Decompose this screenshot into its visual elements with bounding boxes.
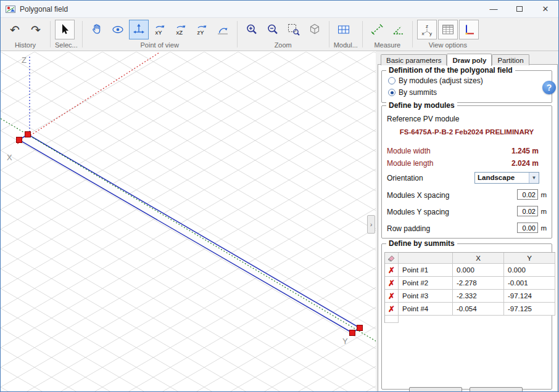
point-4-x-cell[interactable]: -0.054 bbox=[453, 303, 504, 316]
modules-button[interactable] bbox=[334, 20, 354, 39]
clear-all-button[interactable] bbox=[385, 253, 399, 264]
view-options-group-label: View options bbox=[417, 41, 479, 49]
toolbar-group-history: ↶ ↷ History bbox=[1, 18, 50, 51]
viewport[interactable]: Z X Y bbox=[1, 52, 376, 392]
rotate-xy-button[interactable]: xY bbox=[150, 20, 170, 39]
reference-pv-module-value: FS-6475A-P-B-2 Feb2024 PRELIMINARY bbox=[382, 128, 552, 136]
module-width-value: 1.245 m bbox=[511, 147, 539, 155]
axes-toggle[interactable] bbox=[459, 20, 479, 39]
row-padding-input[interactable] bbox=[517, 223, 538, 233]
point-2-y-cell[interactable]: -0.001 bbox=[504, 277, 555, 290]
undo-button[interactable]: ↶ bbox=[5, 20, 25, 39]
point-4-y-cell[interactable]: -97.125 bbox=[504, 303, 555, 316]
polygonal-field-window: Polygonal field — ✕ ↶ ↷ History bbox=[0, 0, 559, 392]
point-2-x-cell[interactable]: -2.278 bbox=[453, 277, 504, 290]
pov-group-label: Point of view bbox=[87, 41, 233, 49]
toolbar-group-select: Selec... bbox=[51, 18, 82, 51]
cube-icon bbox=[308, 23, 321, 36]
minimize-button[interactable]: — bbox=[481, 1, 507, 17]
summits-col-y-header: Y bbox=[504, 253, 555, 264]
point-1-x-cell[interactable]: 0.000 bbox=[453, 264, 504, 277]
translate-view-button[interactable] bbox=[129, 20, 149, 39]
summit-handle-2[interactable] bbox=[25, 132, 31, 137]
delete-point-2-button[interactable]: ✗ bbox=[385, 277, 399, 290]
module-length-label: Module length bbox=[387, 159, 433, 168]
close-icon: ✕ bbox=[542, 4, 549, 14]
modules-y-spacing-input[interactable] bbox=[517, 206, 538, 216]
tab-draw-poly[interactable]: Draw poly bbox=[447, 54, 492, 66]
modules-x-spacing-label: Modules X spacing bbox=[387, 191, 449, 200]
module-width-label: Module width bbox=[387, 147, 431, 155]
point-1-name: Point #1 bbox=[399, 264, 453, 277]
delete-point-4-button[interactable]: ✗ bbox=[385, 303, 399, 316]
point-1-y-cell[interactable]: 0.000 bbox=[504, 264, 555, 277]
orientation-value: Landscape bbox=[475, 173, 529, 183]
summits-col-x-header: X bbox=[453, 253, 504, 264]
summit-handle-3[interactable] bbox=[357, 325, 363, 331]
bottom-button-stub[interactable] bbox=[470, 387, 523, 392]
grid-toggle[interactable] bbox=[438, 20, 458, 39]
radio-by-modules-label: By modules (adjust sizes) bbox=[399, 76, 483, 85]
axes-labels-toggle[interactable]: z x y bbox=[417, 20, 437, 39]
radio-by-summits-label: By summits bbox=[399, 88, 437, 97]
summit-handle-1[interactable] bbox=[17, 137, 22, 143]
zoom-group-label: Zoom bbox=[242, 41, 325, 49]
redo-icon: ↷ bbox=[31, 24, 41, 36]
zoom-selection-button[interactable] bbox=[284, 20, 304, 39]
dropdown-arrow-icon: ▼ bbox=[529, 173, 539, 183]
measure-angle-button[interactable] bbox=[388, 20, 408, 39]
delete-point-1-button[interactable]: ✗ bbox=[385, 264, 399, 277]
axis-label-z: Z bbox=[22, 55, 27, 65]
scene-canvas[interactable]: Z X Y bbox=[1, 52, 376, 392]
select-button[interactable] bbox=[55, 20, 75, 39]
svg-text:z: z bbox=[426, 23, 428, 29]
right-panel: Basic parameters Draw poly Partition Def… bbox=[376, 51, 559, 392]
eye-icon bbox=[111, 23, 125, 36]
rotate-xz-button[interactable]: xZ bbox=[171, 20, 191, 39]
help-button[interactable]: ? bbox=[542, 81, 556, 94]
toolbar: ↶ ↷ History Selec... bbox=[1, 18, 558, 51]
zoom-extents-button[interactable] bbox=[305, 20, 325, 39]
close-button[interactable]: ✕ bbox=[532, 1, 558, 17]
eraser-icon bbox=[387, 253, 396, 263]
bottom-button-stub[interactable] bbox=[409, 387, 462, 392]
summits-table: X Y ✗ Point #1 0.000 0.000 ✗ Point #2 -2… bbox=[384, 252, 555, 323]
measure-distance-button[interactable] bbox=[367, 20, 387, 39]
measure-line-icon bbox=[370, 23, 384, 36]
titlebar: Polygonal field — ✕ bbox=[1, 1, 558, 18]
select-group-label: Selec... bbox=[55, 41, 78, 49]
redo-button[interactable]: ↷ bbox=[26, 20, 46, 39]
orientation-select[interactable]: Landscape ▼ bbox=[474, 172, 539, 184]
modules-y-spacing-label: Modules Y spacing bbox=[387, 208, 449, 216]
measure-angle-icon bbox=[391, 23, 405, 36]
pan-hand-button[interactable] bbox=[87, 20, 107, 39]
axis-label-x: X bbox=[7, 153, 12, 162]
zoom-in-button[interactable] bbox=[242, 20, 262, 39]
orientation-label: Orientation bbox=[387, 174, 423, 182]
radio-by-modules[interactable]: By modules (adjust sizes) bbox=[388, 76, 483, 85]
maximize-button[interactable] bbox=[507, 1, 532, 17]
point-4-name: Point #4 bbox=[399, 303, 453, 316]
radio-by-summits[interactable]: By summits bbox=[388, 88, 437, 97]
hand-icon bbox=[90, 23, 104, 36]
definition-group-title: Definition of the the polygonal field bbox=[386, 66, 515, 75]
module-length-value: 2.024 m bbox=[511, 159, 539, 168]
tab-partition[interactable]: Partition bbox=[492, 54, 529, 65]
svg-text:y: y bbox=[429, 31, 432, 36]
look-around-button[interactable] bbox=[108, 20, 128, 39]
zoom-out-button[interactable] bbox=[263, 20, 283, 39]
summit-handle-4[interactable] bbox=[350, 330, 355, 336]
point-3-x-cell[interactable]: -2.332 bbox=[453, 290, 504, 303]
tilt-view-button[interactable] bbox=[213, 20, 233, 39]
axes-l-icon bbox=[462, 23, 476, 36]
delete-point-3-button[interactable]: ✗ bbox=[385, 290, 399, 303]
point-3-y-cell[interactable]: -97.124 bbox=[504, 290, 555, 303]
rotate-xz-icon: xZ bbox=[174, 23, 188, 36]
svg-text:xZ: xZ bbox=[176, 29, 183, 36]
modules-x-spacing-input[interactable] bbox=[517, 189, 538, 200]
rotate-zy-button[interactable]: zY bbox=[192, 20, 212, 39]
panel-collapse-button[interactable]: › bbox=[367, 215, 375, 234]
define-by-modules-title: Define by modules bbox=[386, 101, 457, 110]
collapse-icon: › bbox=[370, 221, 373, 228]
tab-basic-parameters[interactable]: Basic parameters bbox=[381, 54, 447, 65]
